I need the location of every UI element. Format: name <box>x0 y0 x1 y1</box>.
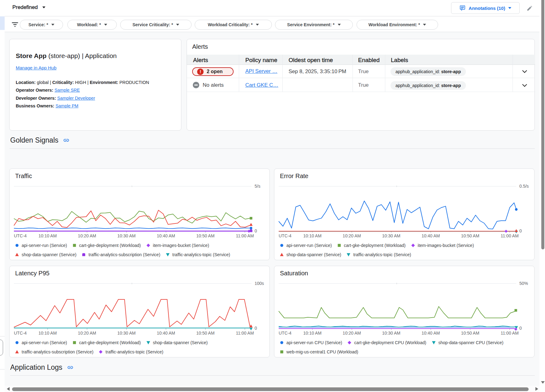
svg-text:10:50 AM: 10:50 AM <box>461 233 479 238</box>
svg-text:0: 0 <box>519 326 522 331</box>
svg-text:11:00 AM: 11:00 AM <box>236 331 254 336</box>
svg-text:UTC-4: UTC-4 <box>14 331 27 336</box>
svg-text:10:40 AM: 10:40 AM <box>422 233 440 238</box>
svg-text:10:40 AM: 10:40 AM <box>422 331 440 336</box>
svg-text:0: 0 <box>255 228 257 233</box>
svg-text:10:20 AM: 10:20 AM <box>78 233 96 238</box>
svg-text:0.5/s: 0.5/s <box>519 184 529 189</box>
svg-text:11:00 AM: 11:00 AM <box>236 233 254 238</box>
svg-text:10:30 AM: 10:30 AM <box>382 233 400 238</box>
svg-text:11:00 AM: 11:00 AM <box>501 233 518 238</box>
svg-text:10:30 AM: 10:30 AM <box>117 331 136 336</box>
svg-text:UTC-4: UTC-4 <box>279 233 291 238</box>
svg-text:10:10 AM: 10:10 AM <box>303 331 321 336</box>
svg-text:100s: 100s <box>255 281 264 286</box>
svg-text:10:30 AM: 10:30 AM <box>382 331 400 336</box>
svg-text:10:20 AM: 10:20 AM <box>78 331 96 336</box>
svg-text:10:50 AM: 10:50 AM <box>196 233 214 238</box>
svg-text:11:00 AM: 11:00 AM <box>501 331 518 336</box>
svg-text:10:40 AM: 10:40 AM <box>157 233 175 238</box>
svg-text:10:10 AM: 10:10 AM <box>303 233 321 238</box>
svg-text:10:40 AM: 10:40 AM <box>157 331 175 336</box>
svg-text:10:10 AM: 10:10 AM <box>38 233 57 238</box>
svg-text:50%: 50% <box>519 281 528 286</box>
svg-text:10:20 AM: 10:20 AM <box>343 331 361 336</box>
svg-text:10:10 AM: 10:10 AM <box>38 331 57 336</box>
svg-text:10:50 AM: 10:50 AM <box>461 331 479 336</box>
svg-text:5/s: 5/s <box>255 184 260 189</box>
svg-text:UTC-4: UTC-4 <box>14 233 27 238</box>
svg-text:0: 0 <box>255 326 257 331</box>
svg-text:10:50 AM: 10:50 AM <box>196 331 214 336</box>
svg-text:10:30 AM: 10:30 AM <box>117 233 136 238</box>
svg-text:0: 0 <box>519 228 522 233</box>
svg-text:UTC-4: UTC-4 <box>279 331 291 336</box>
svg-text:10:20 AM: 10:20 AM <box>343 233 361 238</box>
